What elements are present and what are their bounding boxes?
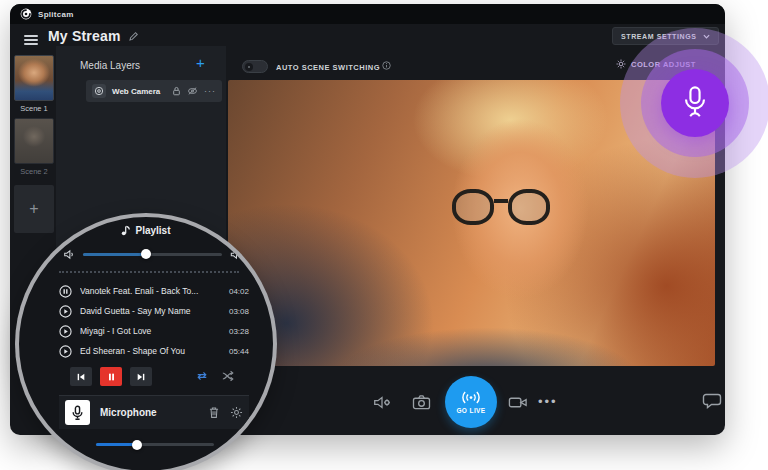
gear-icon[interactable] — [230, 406, 243, 419]
previous-track-button[interactable] — [70, 367, 92, 386]
color-adjust-button[interactable]: COLOR ADJUST — [616, 59, 696, 69]
playlist-volume — [63, 247, 243, 261]
titlebar: Splitcam — [10, 4, 725, 24]
scene-2-label: Scene 2 — [10, 167, 58, 176]
next-track-button[interactable] — [130, 367, 152, 386]
mic-slider-knob[interactable] — [132, 440, 142, 450]
go-live-button[interactable]: GO LIVE — [445, 376, 497, 428]
microphone-label: Microphone — [100, 407, 198, 418]
playlist-progress-ticks — [59, 271, 239, 273]
add-layer-button[interactable]: + — [196, 54, 205, 71]
microphone-volume-slider[interactable] — [96, 440, 214, 450]
pause-circle-icon[interactable] — [59, 285, 72, 298]
auto-scene-switching-toggle[interactable] — [242, 60, 268, 73]
app-title: Splitcam — [38, 10, 74, 19]
music-note-icon — [121, 225, 130, 236]
color-adjust-label: COLOR ADJUST — [631, 60, 696, 69]
brightness-icon — [616, 59, 626, 69]
more-options-icon[interactable]: ••• — [538, 394, 558, 409]
playlist-volume-slider[interactable] — [83, 253, 222, 256]
page-title: My Stream — [48, 28, 121, 44]
menu-icon[interactable] — [24, 35, 38, 45]
visibility-off-icon[interactable] — [187, 86, 198, 96]
go-live-label: GO LIVE — [456, 407, 485, 414]
track-row-4[interactable]: Ed Sheeran - Shape Of You 05:44 — [59, 341, 249, 361]
chevron-down-icon — [703, 34, 710, 39]
layer-row-webcam[interactable]: Web Camera ··· — [86, 80, 222, 102]
add-scene-button[interactable]: + — [14, 185, 54, 233]
microphone-callout-button[interactable] — [661, 69, 729, 137]
auto-scene-switching-label: AUTO SCENE SWITCHING — [276, 63, 380, 72]
volume-low-icon[interactable] — [63, 249, 75, 260]
microphone-row[interactable]: Microphone — [59, 395, 249, 429]
chat-icon[interactable] — [702, 392, 722, 410]
video-preview — [228, 80, 715, 366]
track-row-2[interactable]: David Guetta - Say My Name 03:08 — [59, 301, 249, 321]
splitcam-logo-icon — [20, 8, 32, 20]
media-layers-title: Media Layers — [80, 60, 140, 71]
layer-more-icon[interactable]: ··· — [204, 86, 216, 96]
scene-2-thumbnail[interactable] — [14, 118, 54, 164]
track-row-3[interactable]: Miyagi - I Got Love 03:28 — [59, 321, 249, 341]
stream-settings-label: STREAM SETTINGS — [621, 33, 697, 40]
snapshot-camera-icon[interactable] — [412, 394, 431, 410]
scene-1-thumbnail[interactable] — [14, 55, 54, 101]
video-camera-icon[interactable] — [508, 395, 528, 410]
playlist-overlay: Playlist Vanotek Feat. Enali - Back To..… — [15, 213, 277, 470]
repeat-icon[interactable] — [195, 370, 209, 382]
info-icon[interactable] — [382, 61, 391, 70]
video-subject — [452, 189, 560, 229]
edit-title-icon[interactable] — [128, 31, 139, 42]
layer-name: Web Camera — [112, 87, 166, 96]
microphone-icon — [680, 85, 710, 121]
trash-icon[interactable] — [208, 406, 220, 419]
broadcast-icon — [460, 390, 482, 405]
play-circle-icon[interactable] — [59, 325, 72, 338]
track-row-1[interactable]: Vanotek Feat. Enali - Back To... 04:02 — [59, 281, 249, 301]
webcam-layer-icon — [92, 84, 106, 98]
play-circle-icon[interactable] — [59, 305, 72, 318]
speaker-settings-icon[interactable] — [372, 394, 392, 411]
lock-icon[interactable] — [172, 86, 181, 96]
volume-slider-knob[interactable] — [141, 249, 151, 259]
play-circle-icon[interactable] — [59, 345, 72, 358]
microphone-source-icon — [65, 400, 90, 425]
shuffle-icon[interactable] — [221, 370, 235, 382]
scene-1-label: Scene 1 — [10, 104, 58, 113]
stream-settings-button[interactable]: STREAM SETTINGS — [612, 27, 719, 45]
pause-button[interactable] — [100, 367, 122, 386]
